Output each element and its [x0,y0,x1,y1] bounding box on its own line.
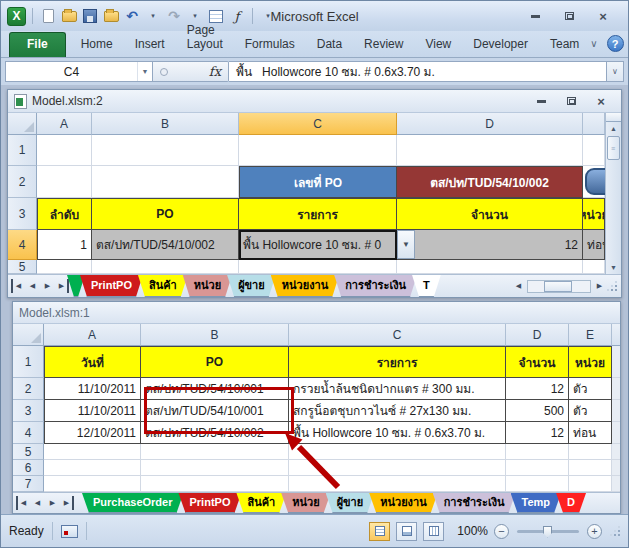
tab-home[interactable]: Home [70,33,124,57]
help-icon[interactable]: ? [607,35,624,52]
cell-e6[interactable] [569,460,612,476]
cell-b4[interactable]: ตส/ปท/TUD/54/10/002 [141,422,289,444]
cell-b3[interactable]: ตส/ปท/TUD/54/10/001 [141,400,289,422]
cell-d2[interactable]: 12 [506,378,569,400]
last-sheet-icon[interactable]: ▶ [56,279,69,293]
tab-review[interactable]: Review [353,33,414,57]
page-break-view-button[interactable] [423,522,444,541]
sheet-tab-printpo[interactable]: PrintPO [80,275,143,297]
row-header-3[interactable]: 3 [13,400,44,422]
cell-b4[interactable]: ตส/ปท/TUD/54/10/002 [92,230,239,260]
row-header-1[interactable]: 1 [13,346,44,378]
cell-d1[interactable] [397,135,583,166]
first-sheet-icon[interactable]: ◀ [16,496,29,510]
tab-formulas[interactable]: Formulas [234,33,306,57]
col-header-e[interactable]: E [569,324,612,346]
cell-e3[interactable]: ตัว [569,400,612,422]
cell-b5[interactable] [141,444,289,460]
sheet-tab-units[interactable]: หน่วย [183,275,232,297]
name-box-dropdown-icon[interactable]: ▼ [137,62,152,81]
split-handle[interactable] [606,113,621,122]
insert-function-button[interactable]: ƒ [228,6,246,26]
normal-view-button[interactable] [369,522,390,541]
sheet-tab-products[interactable]: สินค้า [236,493,286,513]
undo-dropdown[interactable]: ▾ [144,6,162,26]
child-minimize-button[interactable] [533,95,549,108]
tab-view[interactable]: View [414,33,462,57]
cell-e3-header[interactable]: หน่วย [583,198,605,230]
zoom-out-icon[interactable]: − [494,524,509,539]
scroll-right-icon[interactable]: ▶ [593,279,606,293]
sheet-tab-purchaseorder[interactable]: PurchaseOrder [82,493,183,513]
cell-e1-header[interactable]: หน่วย [569,346,612,378]
cell-a4[interactable]: 12/10/2011 [44,422,141,444]
sheet-tab-vendors[interactable]: ผู้ขาย [326,493,375,513]
cell-a3[interactable]: 11/10/2011 [44,400,141,422]
prev-sheet-icon[interactable]: ◀ [26,279,39,293]
insert-function-fx-icon[interactable]: fx [209,64,221,79]
close-file-button[interactable] [102,6,120,26]
row-header-3[interactable]: 3 [8,198,37,230]
cell-d7[interactable] [506,476,569,492]
tab-data[interactable]: Data [306,33,353,57]
col-header-d[interactable]: D [506,324,569,346]
cell-d1-header[interactable]: จำนวน [506,346,569,378]
close-button[interactable]: × [592,9,614,24]
data-validation-dropdown[interactable]: ▼ [397,230,415,259]
sheet-tab-departments[interactable]: หน่วยงาน [271,275,339,297]
sheet-tab-temp-clipped[interactable]: T [412,275,441,297]
row-header-2[interactable]: 2 [13,378,44,400]
col-header-a[interactable]: A [44,324,141,346]
col-header-e[interactable] [583,113,605,135]
row-header-5[interactable]: 5 [8,260,37,274]
app-resize-grip[interactable] [608,524,620,538]
cell-a2[interactable]: 11/10/2011 [44,378,141,400]
macro-record-icon[interactable] [61,525,78,538]
col-header-a[interactable]: A [37,113,92,135]
expand-formula-bar-icon[interactable]: ∨ [607,61,624,82]
cell-a7[interactable] [44,476,141,492]
cell-c2[interactable]: กรวยน้ำล้นชนิดปากแตร # 300 มม. [289,378,506,400]
cell-b3-header[interactable]: PO [92,198,239,230]
cell-c2-po-label[interactable]: เลขที่ PO [239,166,397,198]
cell-a1[interactable] [37,135,92,166]
name-box[interactable]: C4 ▼ [5,61,153,82]
child-restore-button[interactable] [563,95,579,108]
cell-b6[interactable] [141,460,289,476]
window-resize-grip[interactable] [608,280,618,292]
new-workbook-button[interactable] [39,6,57,26]
select-all-corner[interactable] [13,324,44,346]
customize-qat-button[interactable]: ▾ [259,6,277,26]
cell-b2[interactable]: ตส/ปท/TUD/54/10/001 [141,378,289,400]
cell-d5[interactable] [397,260,583,274]
cell-c3-header[interactable]: รายการ [239,198,397,230]
hscroll-track[interactable] [527,280,591,293]
col-header-b[interactable]: B [92,113,239,135]
last-sheet-icon[interactable]: ▶ [61,496,74,510]
page-layout-view-button[interactable] [396,522,417,541]
tab-developer[interactable]: Developer [462,33,539,57]
cell-a5[interactable] [44,444,141,460]
sheet-tab-printpo[interactable]: PrintPO [178,493,241,513]
col-header-d[interactable]: D [397,113,583,135]
cell-b1-header[interactable]: PO [141,346,289,378]
child-close-button[interactable]: × [593,95,609,108]
redo-button[interactable]: ↷ [165,6,183,26]
redo-dropdown[interactable]: ▾ [186,6,204,26]
minimize-button[interactable] [524,9,546,24]
row-header-7[interactable]: 7 [13,476,44,492]
prev-sheet-icon[interactable]: ◀ [31,496,44,510]
cell-a5[interactable] [37,260,92,274]
cell-d4[interactable]: 12 [506,422,569,444]
cell-c3[interactable]: สกรูน็อตชุบกาวไนซ์ # 27x130 มม. [289,400,506,422]
cell-a6[interactable] [44,460,141,476]
save-button[interactable] [81,6,99,26]
cell-c4-active[interactable]: พื้น Hollowcore 10 ซม. # 0 [239,230,397,260]
col-header-b[interactable]: B [141,324,289,346]
sheet-tab-d-clipped[interactable]: D [556,493,586,513]
sheet-tab-payment[interactable]: การชำระเงิน [433,493,516,513]
row-header-4-selected[interactable]: 4 [8,230,37,260]
sheet-tab-products[interactable]: สินค้า [138,275,188,297]
cell-c1[interactable] [239,135,397,166]
tab-file[interactable]: File [9,32,66,57]
